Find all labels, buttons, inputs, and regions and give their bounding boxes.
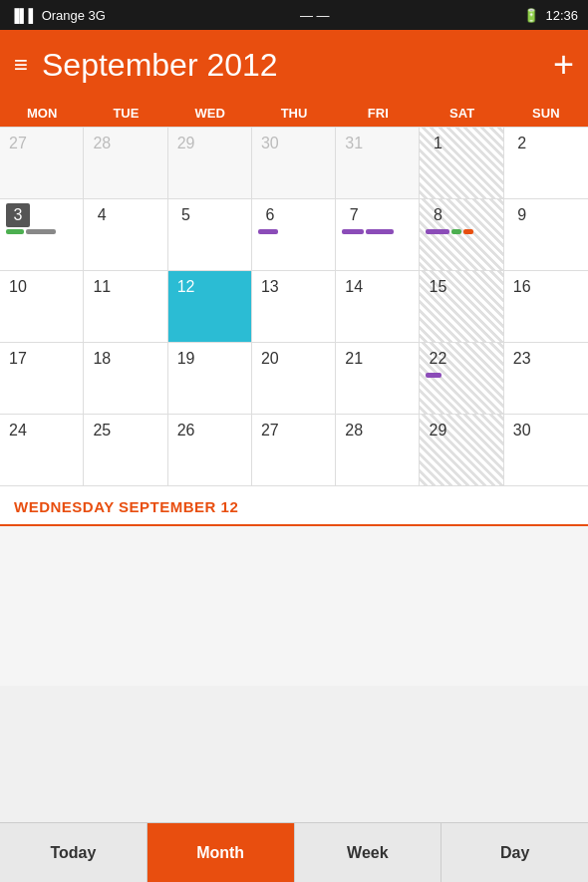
calendar-cell[interactable]: 14 (336, 271, 420, 343)
cell-number: 3 (6, 203, 30, 227)
cell-number: 30 (510, 419, 534, 442)
calendar-cell[interactable]: 26 (168, 415, 252, 486)
cell-number: 10 (6, 275, 30, 299)
event-bar (26, 229, 56, 234)
calendar-cell[interactable]: 16 (504, 271, 588, 343)
calendar-cell[interactable]: 28 (336, 415, 420, 486)
tab-day[interactable]: Day (441, 823, 588, 882)
cell-number: 31 (342, 132, 366, 155)
calendar-cell[interactable]: 23 (504, 343, 588, 415)
calendar-cell[interactable]: 22 (420, 343, 503, 415)
cell-number: 7 (342, 203, 366, 227)
tab-week[interactable]: Week (295, 823, 442, 882)
calendar: MON TUE WED THU FRI SAT SUN 272829303112… (0, 100, 588, 486)
calendar-cell[interactable]: 9 (504, 199, 588, 271)
event-bars (426, 229, 496, 234)
event-bar (6, 229, 24, 234)
calendar-cell[interactable]: 18 (84, 343, 167, 415)
calendar-cell[interactable]: 25 (84, 415, 167, 486)
calendar-cell[interactable]: 27 (0, 128, 84, 199)
calendar-cell[interactable]: 17 (0, 343, 84, 415)
calendar-cell[interactable]: 10 (0, 271, 84, 343)
cell-number: 21 (342, 347, 366, 371)
day-header-tue: TUE (84, 100, 167, 127)
tab-month[interactable]: Month (147, 823, 295, 882)
carrier-label: Orange 3G (42, 8, 106, 23)
cell-number: 16 (510, 275, 534, 299)
calendar-cell[interactable]: 30 (504, 415, 588, 486)
cell-number: 27 (6, 132, 30, 155)
cell-number: 28 (90, 132, 114, 155)
calendar-grid: 2728293031123456789101112131415161718192… (0, 127, 588, 486)
event-bars (342, 229, 413, 234)
cell-number: 25 (90, 419, 114, 442)
signal-icon: ▐▌▌ (10, 8, 38, 23)
cell-number: 19 (174, 347, 198, 371)
calendar-cell[interactable]: 29 (420, 415, 503, 486)
calendar-cell[interactable]: 20 (252, 343, 336, 415)
cell-number: 29 (426, 419, 449, 442)
status-left: ▐▌▌ Orange 3G (10, 8, 106, 23)
cell-number: 17 (6, 347, 30, 371)
calendar-cell[interactable]: 12 (168, 271, 252, 343)
status-center: — — (300, 8, 330, 23)
calendar-cell[interactable]: 24 (0, 415, 84, 486)
cell-number: 22 (426, 347, 449, 371)
calendar-cell[interactable]: 21 (336, 343, 420, 415)
calendar-cell[interactable]: 30 (252, 128, 336, 199)
selected-day-info: WEDNESDAY SEPTEMBER 12 (0, 486, 588, 526)
cell-number: 2 (510, 132, 534, 155)
cell-number: 4 (90, 203, 114, 227)
calendar-cell[interactable]: 6 (252, 199, 336, 271)
cell-number: 15 (426, 275, 449, 299)
event-bar (366, 229, 394, 234)
event-bar (258, 229, 278, 234)
day-headers-row: MON TUE WED THU FRI SAT SUN (0, 100, 588, 127)
event-bars (258, 229, 329, 234)
calendar-cell[interactable]: 19 (168, 343, 252, 415)
calendar-cell[interactable]: 31 (336, 128, 420, 199)
calendar-cell[interactable]: 5 (168, 199, 252, 271)
status-bar: ▐▌▌ Orange 3G — — 🔋 12:36 (0, 0, 588, 30)
calendar-cell[interactable]: 11 (84, 271, 167, 343)
day-header-wed: WED (168, 100, 252, 127)
event-bar (342, 229, 364, 234)
day-header-mon: MON (0, 100, 84, 127)
calendar-cell[interactable]: 15 (420, 271, 503, 343)
event-bar (426, 373, 441, 378)
calendar-cell[interactable]: 27 (252, 415, 336, 486)
cell-number: 29 (174, 132, 198, 155)
cell-number: 9 (510, 203, 534, 227)
cell-number: 1 (426, 132, 449, 155)
tab-today[interactable]: Today (0, 823, 147, 882)
calendar-cell[interactable]: 8 (420, 199, 503, 271)
cell-number: 30 (258, 132, 282, 155)
cell-number: 20 (258, 347, 282, 371)
cell-number: 23 (510, 347, 534, 371)
status-right: 🔋 12:36 (523, 8, 578, 23)
cell-number: 5 (174, 203, 198, 227)
month-title: September 2012 (42, 47, 278, 84)
event-bar (463, 229, 473, 234)
menu-icon[interactable]: ≡ (14, 51, 28, 79)
calendar-cell[interactable]: 29 (168, 128, 252, 199)
cell-number: 13 (258, 275, 282, 299)
calendar-cell[interactable]: 1 (420, 128, 503, 199)
cell-number: 14 (342, 275, 366, 299)
calendar-cell[interactable]: 4 (84, 199, 167, 271)
time-label: 12:36 (545, 8, 578, 23)
calendar-cell[interactable]: 28 (84, 128, 167, 199)
cell-number: 26 (174, 419, 198, 442)
app-header: ≡ September 2012 + (0, 30, 588, 100)
header-left: ≡ September 2012 (14, 47, 278, 84)
calendar-cell[interactable]: 13 (252, 271, 336, 343)
event-bar (451, 229, 461, 234)
calendar-cell[interactable]: 7 (336, 199, 420, 271)
event-bar (426, 229, 449, 234)
calendar-cell[interactable]: 3 (0, 199, 84, 271)
event-bars (6, 229, 77, 234)
cell-number: 6 (258, 203, 282, 227)
selected-day-label: WEDNESDAY SEPTEMBER 12 (14, 498, 238, 515)
calendar-cell[interactable]: 2 (504, 128, 588, 199)
add-event-button[interactable]: + (553, 47, 574, 83)
